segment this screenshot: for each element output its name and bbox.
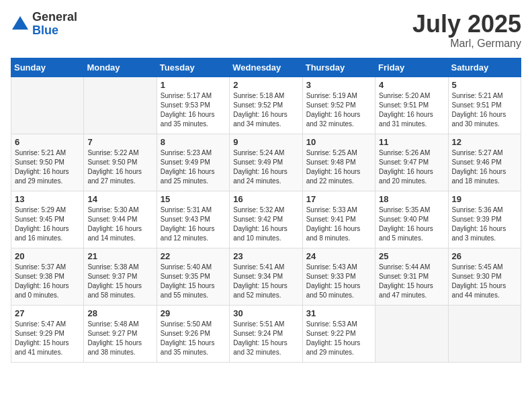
- calendar-cell: 31Sunrise: 5:53 AM Sunset: 9:22 PM Dayli…: [302, 305, 375, 362]
- month-year: July 2025: [412, 11, 521, 38]
- day-number: 13: [15, 194, 80, 204]
- day-number: 17: [306, 194, 371, 204]
- day-info: Sunrise: 5:35 AM Sunset: 9:40 PM Dayligh…: [379, 205, 444, 243]
- calendar-cell: 27Sunrise: 5:47 AM Sunset: 9:29 PM Dayli…: [11, 305, 84, 362]
- page-header: General Blue July 2025 Marl, Germany: [11, 11, 521, 50]
- week-row-4: 20Sunrise: 5:37 AM Sunset: 9:38 PM Dayli…: [11, 248, 521, 305]
- weekday-header-sunday: Sunday: [11, 58, 84, 77]
- day-number: 9: [233, 137, 298, 147]
- day-number: 21: [87, 251, 152, 261]
- calendar-cell: 21Sunrise: 5:38 AM Sunset: 9:37 PM Dayli…: [84, 248, 157, 305]
- logo-blue: Blue: [32, 24, 77, 38]
- logo-general: General: [32, 11, 77, 24]
- day-number: 31: [306, 308, 371, 318]
- day-info: Sunrise: 5:23 AM Sunset: 9:49 PM Dayligh…: [161, 148, 226, 186]
- day-number: 20: [15, 251, 80, 261]
- weekday-header-saturday: Saturday: [448, 58, 521, 77]
- calendar-cell: 24Sunrise: 5:43 AM Sunset: 9:33 PM Dayli…: [302, 248, 375, 305]
- day-info: Sunrise: 5:41 AM Sunset: 9:34 PM Dayligh…: [233, 263, 298, 300]
- calendar-cell: 29Sunrise: 5:50 AM Sunset: 9:26 PM Dayli…: [157, 305, 229, 362]
- day-number: 22: [161, 251, 226, 261]
- calendar-cell: 9Sunrise: 5:24 AM Sunset: 9:49 PM Daylig…: [230, 134, 302, 191]
- weekday-header-row: SundayMondayTuesdayWednesdayThursdayFrid…: [11, 58, 521, 77]
- day-info: Sunrise: 5:50 AM Sunset: 9:26 PM Dayligh…: [161, 320, 226, 357]
- day-info: Sunrise: 5:43 AM Sunset: 9:33 PM Dayligh…: [306, 263, 371, 300]
- calendar-cell: 1Sunrise: 5:17 AM Sunset: 9:53 PM Daylig…: [157, 77, 229, 134]
- day-number: 5: [452, 80, 517, 90]
- logo: General Blue: [11, 11, 77, 38]
- day-info: Sunrise: 5:36 AM Sunset: 9:39 PM Dayligh…: [452, 205, 517, 243]
- day-info: Sunrise: 5:32 AM Sunset: 9:42 PM Dayligh…: [233, 205, 298, 243]
- calendar-cell: [448, 305, 521, 362]
- calendar-cell: [375, 305, 448, 362]
- calendar-cell: 18Sunrise: 5:35 AM Sunset: 9:40 PM Dayli…: [375, 191, 448, 248]
- day-info: Sunrise: 5:29 AM Sunset: 9:45 PM Dayligh…: [15, 205, 80, 243]
- day-number: 27: [15, 308, 80, 318]
- calendar-cell: 19Sunrise: 5:36 AM Sunset: 9:39 PM Dayli…: [448, 191, 521, 248]
- day-info: Sunrise: 5:21 AM Sunset: 9:51 PM Dayligh…: [452, 91, 517, 129]
- calendar-cell: 11Sunrise: 5:26 AM Sunset: 9:47 PM Dayli…: [375, 134, 448, 191]
- day-number: 12: [452, 137, 517, 147]
- weekday-header-monday: Monday: [84, 58, 157, 77]
- day-number: 11: [379, 137, 444, 147]
- day-number: 29: [161, 308, 226, 318]
- calendar-cell: 28Sunrise: 5:48 AM Sunset: 9:27 PM Dayli…: [84, 305, 157, 362]
- day-number: 26: [452, 251, 517, 261]
- weekday-header-thursday: Thursday: [302, 58, 375, 77]
- calendar-cell: [84, 77, 157, 134]
- calendar-cell: 5Sunrise: 5:21 AM Sunset: 9:51 PM Daylig…: [448, 77, 521, 134]
- week-row-1: 1Sunrise: 5:17 AM Sunset: 9:53 PM Daylig…: [11, 77, 521, 134]
- calendar-cell: 22Sunrise: 5:40 AM Sunset: 9:35 PM Dayli…: [157, 248, 229, 305]
- day-number: 30: [233, 308, 298, 318]
- calendar-cell: 13Sunrise: 5:29 AM Sunset: 9:45 PM Dayli…: [11, 191, 84, 248]
- calendar-cell: 6Sunrise: 5:21 AM Sunset: 9:50 PM Daylig…: [11, 134, 84, 191]
- calendar: SundayMondayTuesdayWednesdayThursdayFrid…: [11, 58, 521, 363]
- day-number: 23: [233, 251, 298, 261]
- weekday-header-wednesday: Wednesday: [230, 58, 302, 77]
- day-info: Sunrise: 5:25 AM Sunset: 9:48 PM Dayligh…: [306, 148, 371, 186]
- day-number: 8: [161, 137, 226, 147]
- weekday-header-tuesday: Tuesday: [157, 58, 229, 77]
- location: Marl, Germany: [412, 38, 521, 50]
- day-info: Sunrise: 5:44 AM Sunset: 9:31 PM Dayligh…: [379, 263, 444, 300]
- day-info: Sunrise: 5:33 AM Sunset: 9:41 PM Dayligh…: [306, 205, 371, 243]
- day-info: Sunrise: 5:27 AM Sunset: 9:46 PM Dayligh…: [452, 148, 517, 186]
- calendar-cell: 17Sunrise: 5:33 AM Sunset: 9:41 PM Dayli…: [302, 191, 375, 248]
- calendar-cell: 12Sunrise: 5:27 AM Sunset: 9:46 PM Dayli…: [448, 134, 521, 191]
- calendar-cell: 20Sunrise: 5:37 AM Sunset: 9:38 PM Dayli…: [11, 248, 84, 305]
- day-number: 1: [161, 80, 226, 90]
- calendar-cell: 23Sunrise: 5:41 AM Sunset: 9:34 PM Dayli…: [230, 248, 302, 305]
- day-info: Sunrise: 5:40 AM Sunset: 9:35 PM Dayligh…: [161, 263, 226, 300]
- day-info: Sunrise: 5:19 AM Sunset: 9:52 PM Dayligh…: [306, 91, 371, 129]
- day-info: Sunrise: 5:21 AM Sunset: 9:50 PM Dayligh…: [15, 148, 80, 186]
- day-number: 28: [87, 308, 152, 318]
- day-number: 24: [306, 251, 371, 261]
- day-info: Sunrise: 5:30 AM Sunset: 9:44 PM Dayligh…: [87, 205, 152, 243]
- day-info: Sunrise: 5:47 AM Sunset: 9:29 PM Dayligh…: [15, 320, 80, 357]
- title-area: July 2025 Marl, Germany: [412, 11, 521, 50]
- calendar-cell: 10Sunrise: 5:25 AM Sunset: 9:48 PM Dayli…: [302, 134, 375, 191]
- day-number: 15: [161, 194, 226, 204]
- weekday-header-friday: Friday: [375, 58, 448, 77]
- day-number: 19: [452, 194, 517, 204]
- logo-icon: [11, 15, 30, 34]
- day-number: 25: [379, 251, 444, 261]
- calendar-cell: 25Sunrise: 5:44 AM Sunset: 9:31 PM Dayli…: [375, 248, 448, 305]
- calendar-cell: 30Sunrise: 5:51 AM Sunset: 9:24 PM Dayli…: [230, 305, 302, 362]
- day-info: Sunrise: 5:38 AM Sunset: 9:37 PM Dayligh…: [87, 263, 152, 300]
- calendar-cell: 16Sunrise: 5:32 AM Sunset: 9:42 PM Dayli…: [230, 191, 302, 248]
- day-number: 7: [87, 137, 152, 147]
- day-number: 16: [233, 194, 298, 204]
- calendar-cell: [11, 77, 84, 134]
- day-info: Sunrise: 5:53 AM Sunset: 9:22 PM Dayligh…: [306, 320, 371, 357]
- calendar-cell: 14Sunrise: 5:30 AM Sunset: 9:44 PM Dayli…: [84, 191, 157, 248]
- calendar-cell: 8Sunrise: 5:23 AM Sunset: 9:49 PM Daylig…: [157, 134, 229, 191]
- day-number: 2: [233, 80, 298, 90]
- logo-text: General Blue: [32, 11, 77, 38]
- day-info: Sunrise: 5:26 AM Sunset: 9:47 PM Dayligh…: [379, 148, 444, 186]
- day-info: Sunrise: 5:18 AM Sunset: 9:52 PM Dayligh…: [233, 91, 298, 129]
- day-info: Sunrise: 5:31 AM Sunset: 9:43 PM Dayligh…: [161, 205, 226, 243]
- day-number: 6: [15, 137, 80, 147]
- day-info: Sunrise: 5:20 AM Sunset: 9:51 PM Dayligh…: [379, 91, 444, 129]
- day-info: Sunrise: 5:22 AM Sunset: 9:50 PM Dayligh…: [87, 148, 152, 186]
